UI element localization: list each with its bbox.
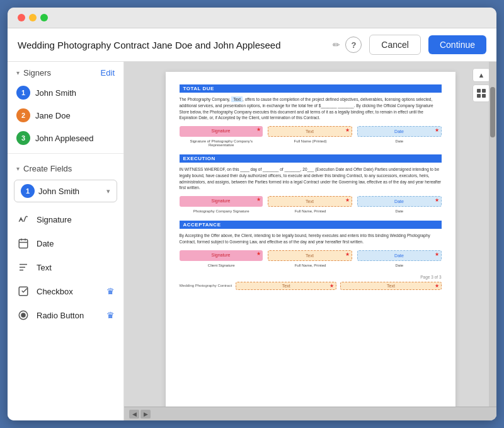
document-page: TOTAL DUE The Photography Company, Text,… — [166, 72, 455, 407]
total-due-signature-field[interactable]: Signature★ — [180, 126, 263, 137]
total-due-body: The Photography Company, Text, offers to… — [180, 96, 442, 121]
signer-name-john-appleseed: John Appleseed — [35, 134, 94, 143]
close-button[interactable] — [18, 14, 25, 21]
req-star-4: ★ — [256, 197, 261, 202]
acceptance-fields-row: Signature★ Text★ Date★ — [180, 250, 442, 261]
nav-left-button[interactable]: ◀ — [129, 410, 139, 419]
total-due-fields-row: Signature★ Text★ Date★ — [180, 126, 442, 137]
execution-title: EXECUTION — [180, 154, 442, 163]
signers-chevron-icon[interactable]: ▾ — [16, 69, 20, 76]
signer-item-john-appleseed[interactable]: 3 John Appleseed — [8, 127, 123, 149]
signature-label: Signature — [37, 215, 72, 224]
field-type-date[interactable]: Date — [8, 231, 123, 255]
scrollbar-thumb[interactable] — [490, 87, 495, 137]
document-footer: Wedding Photography Contract Text★ Text★ — [180, 282, 442, 290]
sidebar-divider — [8, 153, 123, 154]
minimize-button[interactable] — [29, 14, 37, 21]
create-fields-heading: Create Fields — [23, 164, 72, 173]
execution-text-field[interactable]: Text★ — [268, 196, 352, 207]
signature-icon — [16, 212, 30, 226]
checkbox-icon — [16, 284, 30, 298]
signer-item-john-smith[interactable]: 1 John Smith — [8, 81, 123, 104]
signers-section-header: ▾ Signers Edit — [8, 62, 123, 81]
help-button[interactable]: ? — [345, 37, 362, 53]
acceptance-date-field[interactable]: Date★ — [357, 250, 442, 261]
req-star-7: ★ — [256, 251, 261, 257]
label-date: Date — [357, 139, 441, 147]
footer-star-2: ★ — [435, 283, 439, 289]
acceptance-signature-field[interactable]: Signature★ — [180, 250, 263, 261]
label-date-2: Date — [357, 209, 441, 213]
field-user-name: John Smith — [38, 187, 79, 196]
signer-badge-1: 1 — [16, 86, 30, 100]
cancel-button[interactable]: Cancel — [369, 35, 421, 55]
req-star-5: ★ — [345, 197, 350, 203]
radio-icon — [16, 308, 30, 322]
acceptance-text-field[interactable]: Text★ — [268, 250, 352, 261]
total-due-title: TOTAL DUE — [180, 84, 442, 93]
checkbox-crown-icon: ♛ — [106, 286, 115, 296]
req-star-6: ★ — [435, 197, 439, 203]
signer-item-jane-doe[interactable]: 2 Jane Doe — [8, 104, 123, 127]
edit-title-icon[interactable]: ✏ — [333, 40, 340, 50]
grid-view-button[interactable] — [472, 84, 490, 102]
date-label: Date — [37, 239, 54, 248]
required-star: ★ — [256, 127, 261, 132]
sidebar: ▾ Signers Edit 1 John Smith 2 Jane Doe 3… — [8, 62, 124, 420]
field-type-radio[interactable]: Radio Button ♛ — [8, 303, 123, 327]
execution-signature-field[interactable]: Signature★ — [180, 196, 263, 207]
label-full-name-3: Full Name, Printed — [268, 263, 352, 267]
total-due-field-labels: Signature of Photography Company's Repre… — [180, 139, 442, 147]
acceptance-field-labels: Client Signature Full Name, Printed Date — [180, 263, 442, 267]
field-type-checkbox[interactable]: Checkbox ♛ — [8, 279, 123, 303]
app-window: Wedding Photography Contract Jane Doe an… — [8, 8, 496, 420]
signer-name-john-smith: John Smith — [35, 88, 76, 98]
maximize-button[interactable] — [40, 14, 48, 21]
document-area: ▲ TOTAL DUE The Photography Company, Tex… — [124, 62, 496, 420]
continue-button[interactable]: Continue — [428, 35, 486, 54]
radio-crown-icon: ♛ — [106, 310, 115, 320]
create-fields-chevron-icon[interactable]: ▾ — [16, 165, 20, 172]
date-icon — [16, 236, 30, 250]
label-photo-sig: Photography Company Signature — [180, 209, 263, 213]
title-bar — [8, 8, 496, 28]
page-indicator: Page 3 of 3 — [180, 275, 442, 279]
signer-name-jane-doe: Jane Doe — [35, 111, 71, 120]
field-type-text[interactable]: Text — [8, 255, 123, 279]
execution-body: IN WITNESS WHEREOF, on this ____ day of … — [180, 166, 442, 191]
footer-text-field-1[interactable]: Text★ — [236, 282, 336, 290]
svg-rect-0 — [19, 240, 28, 248]
grid-icon — [477, 89, 486, 98]
execution-date-field[interactable]: Date★ — [357, 196, 442, 207]
text-label: Text — [37, 263, 52, 272]
field-user-selector[interactable]: 1 John Smith ▾ — [14, 180, 117, 202]
total-due-text-field[interactable]: Text★ — [268, 126, 352, 137]
signer-badge-2: 2 — [16, 108, 30, 122]
total-due-date-field[interactable]: Date★ — [357, 126, 442, 137]
checkbox-label: Checkbox — [37, 287, 73, 296]
scroll-up-button[interactable]: ▲ — [472, 68, 490, 82]
footer-text-field-2[interactable]: Text★ — [340, 282, 441, 290]
execution-fields-row: Signature★ Text★ Date★ — [180, 196, 442, 207]
acceptance-section: ACCEPTANCE By Accepting the Offer above,… — [180, 221, 442, 267]
acceptance-body: By Accepting the Offer above, the Client… — [180, 233, 442, 245]
required-star-2: ★ — [345, 127, 350, 133]
scrollbar[interactable] — [489, 62, 496, 407]
execution-section: EXECUTION IN WITNESS WHEREOF, on this __… — [180, 154, 442, 213]
edit-signers-link[interactable]: Edit — [101, 68, 115, 78]
scroll-controls: ▲ — [472, 68, 490, 102]
label-signature-rep: Signature of Photography Company's Repre… — [180, 139, 263, 147]
traffic-lights — [18, 14, 48, 21]
label-date-3: Date — [357, 263, 441, 267]
label-full-name-2: Full Name, Printed — [268, 209, 352, 213]
nav-arrows: ◀ ▶ — [129, 410, 151, 419]
nav-right-button[interactable]: ▶ — [140, 410, 151, 419]
create-fields-header: ▾ Create Fields — [8, 158, 123, 177]
footer-star-1: ★ — [329, 283, 334, 289]
total-due-section: TOTAL DUE The Photography Company, Text,… — [180, 84, 442, 147]
required-star-3: ★ — [435, 127, 439, 133]
signers-label: ▾ Signers — [16, 68, 51, 78]
field-user-chevron-icon: ▾ — [106, 187, 110, 195]
field-type-signature[interactable]: Signature — [8, 207, 123, 231]
document-scroll[interactable]: ▲ TOTAL DUE The Photography Company, Tex… — [124, 62, 496, 407]
